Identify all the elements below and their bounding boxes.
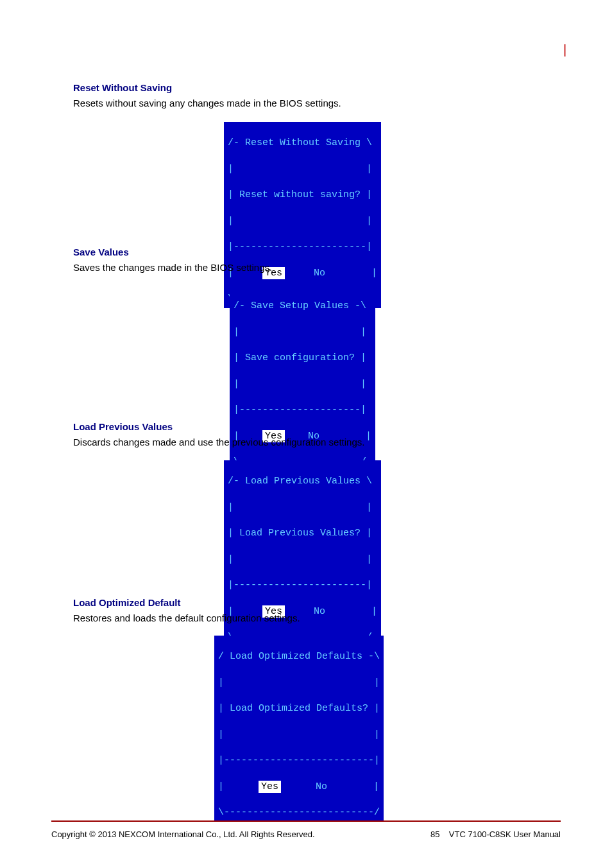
dialog-border-row: | | [228, 553, 377, 566]
no-button[interactable]: No [314, 606, 325, 617]
dialog-border-row: | | [218, 677, 380, 690]
dialog-border-bottom: \--------------------------/ [218, 806, 380, 819]
no-button[interactable]: No [316, 781, 327, 792]
yes-button[interactable]: Yes [259, 781, 281, 793]
footer-page-number: 85 [430, 829, 439, 839]
section-body-reset: Resets without saving any changes made i… [73, 97, 341, 110]
section-body-load-prev: Discards changes made and use the previo… [73, 436, 364, 449]
section-title-reset: Reset Without Saving [73, 82, 341, 93]
dialog-border-row: | | [234, 378, 371, 391]
section-body-save: Saves the changes made in the BIOS setti… [73, 261, 272, 274]
page-footer: Copyright © 2013 NEXCOM International Co… [51, 829, 561, 839]
dialog-separator: |--------------------------| [218, 754, 380, 767]
footer-copyright: Copyright © 2013 NEXCOM International Co… [51, 829, 315, 839]
dialog-separator: |-----------------------| [228, 579, 377, 592]
section-title-save: Save Values [73, 247, 272, 257]
dialog-border-top: /- Reset Without Saving \ [228, 137, 377, 150]
dialog-message: | Load Previous Values? | [228, 527, 377, 540]
text-cursor: | [563, 42, 566, 57]
dialog-message: | Load Optimized Defaults? | [218, 702, 380, 715]
dialog-load-optimized-defaults: / Load Optimized Defaults -\ | | | Load … [214, 636, 384, 822]
dialog-message: | Save configuration? | [234, 352, 371, 365]
dialog-border-row: | | [228, 501, 377, 514]
dialog-border-top: /- Save Setup Values -\ [234, 300, 371, 313]
no-button[interactable]: No [314, 268, 325, 279]
footer-manual-title: VTC 7100-C8SK User Manual [449, 829, 561, 839]
dialog-border-row: | | [228, 163, 377, 176]
dialog-border-row: | | [234, 326, 371, 339]
dialog-message: | Reset without saving? | [228, 189, 377, 202]
section-title-load-prev: Load Previous Values [73, 421, 364, 432]
dialog-border-top: /- Load Previous Values \ [228, 475, 377, 488]
dialog-border-row: | | [218, 729, 380, 742]
dialog-separator: |---------------------| [234, 404, 371, 417]
dialog-border-top: / Load Optimized Defaults -\ [218, 650, 380, 663]
footer-divider [51, 820, 561, 822]
section-title-load-opt: Load Optimized Default [73, 597, 300, 608]
section-body-load-opt: Restores and loads the default configura… [73, 612, 300, 625]
dialog-border-row: | | [228, 215, 377, 228]
